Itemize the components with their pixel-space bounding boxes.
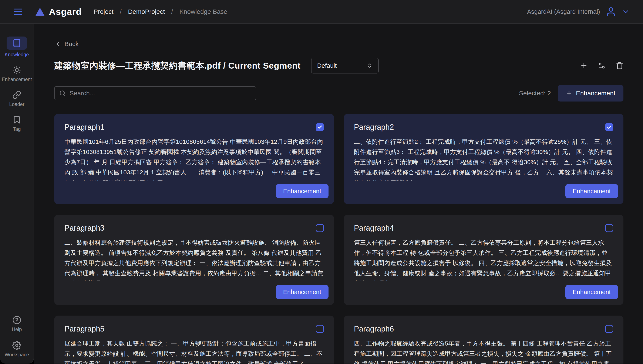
breadcrumb-separator: / [171,8,173,15]
breadcrumb-demoproject[interactable]: DemoProject [128,8,165,15]
breadcrumb-separator: / [120,8,122,15]
sidebar-label: Workspace [5,352,29,358]
breadcrumb-knowledge-base: Knowledge Base [179,8,227,15]
active-icon-tile [7,36,27,50]
paragraph-card-text: 四、工作物之瑕疵經驗收完成後逾5年者，甲方不得主張。 第十四條 工程管理不當責任… [354,338,613,364]
paragraph-select-checkbox[interactable] [316,224,324,232]
user-icon[interactable] [605,6,616,17]
sidebar-item-knowledge[interactable]: Knowledge [5,36,29,58]
link-icon [12,90,21,100]
search-icon [59,90,66,96]
enhancement-button-label: Enhancement [576,90,615,97]
breadcrumb: Project / DemoProject / Knowledge Base [94,8,227,15]
select-chevrons-icon [366,62,373,70]
plus-icon [566,90,572,96]
book-icon [12,39,21,48]
app-logo[interactable]: Asgard [35,6,82,17]
app-name: Asgard [49,6,82,17]
paragraph-card: Paragraph3 二、裝修材料應合於建築技術規則之規定，且不得妨害或破壞防火… [54,215,334,305]
paragraph-select-checkbox[interactable] [316,123,324,131]
sidebar-item-workspace[interactable]: Workspace [5,341,29,358]
sidebar-label: Tag [13,126,21,132]
app-header: Asgard Project / DemoProject / Knowledge… [0,0,643,24]
sidebar-item-loader[interactable]: Loader [9,90,25,107]
paragraph-card: Paragraph1 中華民國101年6月25日內政部台內營字第10108056… [54,114,334,204]
paragraph-card: Paragraph2 二、依附件進行至節點2： 工程完成時，甲方支付工程總價 %… [344,114,624,204]
account-name: AsgardAI (Asgard Internal) [527,8,600,15]
card-enhancement-button-label: Enhancement [573,188,611,194]
page-title: 建築物室內裝修—工程承攬契約書範本.pdf / Current Segment [54,60,300,72]
sidebar-item-tag[interactable]: Tag [12,115,21,132]
paragraph-card-title: Paragraph6 [354,324,394,334]
paragraph-select-checkbox[interactable] [605,325,613,333]
search-input[interactable] [54,86,256,100]
paragraph-card-text: 第三人任何損害，乙方應負賠償責任。 二、乙方得依專業分工原則，將本工程分包給第三… [354,238,613,282]
paragraph-card-title: Paragraph2 [354,123,394,132]
paragraph-card: Paragraph6 四、工作物之瑕疵經驗收完成後逾5年者，甲方不得主張。 第十… [344,316,624,364]
breadcrumb-project[interactable]: Project [94,8,113,15]
paragraph-card-text: 中華民國101年6月25日內政部台內營字第1010805614號公告 中華民國1… [64,137,324,180]
main-content: Back 建築物室內裝修—工程承攬契約書範本.pdf / Current Seg… [34,24,643,364]
sun-icon [12,66,21,74]
paragraph-select-checkbox[interactable] [316,325,324,333]
plus-icon[interactable] [580,62,588,70]
paragraph-card: Paragraph5 展延合理工期，其天數 由雙方協議之： 一、甲方變更設計：包… [54,316,334,364]
card-grid: Paragraph1 中華民國101年6月25日內政部台內營字第10108056… [54,114,623,364]
sidebar-label: Knowledge [5,52,29,58]
back-button[interactable]: Back [54,40,79,48]
check-icon [607,125,612,130]
sidebar-item-enhancement[interactable]: Enhancement [2,66,32,82]
paragraph-card: Paragraph4 第三人任何損害，乙方應負賠償責任。 二、乙方得依專業分工原… [344,215,624,305]
enhancement-button[interactable]: Enhancement [558,85,623,102]
card-enhancement-button[interactable]: Enhancement [565,285,618,299]
paragraph-card-title: Paragraph3 [64,224,104,232]
paragraph-card-text: 二、依附件進行至節點2： 工程完成時，甲方支付工程總價 %（最高不得逾25%）計… [354,137,613,180]
selected-count: Selected: 2 [519,90,551,97]
segment-select-value: Default [317,62,337,69]
paragraph-card-text: 展延合理工期，其天數 由雙方協議之： 一、甲方變更設計：包含施工前或施工中，甲方… [64,338,324,364]
triangle-logo-icon [35,6,45,17]
paragraph-select-checkbox[interactable] [605,123,613,131]
menu-icon[interactable] [13,7,23,16]
sidebar-label: Loader [9,102,25,107]
gear-icon [12,341,21,350]
card-enhancement-button-label: Enhancement [573,288,611,296]
check-icon [317,125,322,130]
paragraph-card-title: Paragraph5 [64,324,104,334]
sidebar-item-help[interactable]: Help [12,316,22,332]
paragraph-card-text: 二、裝修材料應合於建築技術規則之規定，且不得妨害或破壞防火避難設施、 消防設備、… [64,238,324,282]
card-enhancement-button[interactable]: Enhancement [565,184,618,198]
card-enhancement-button-label: Enhancement [283,288,321,296]
segment-select[interactable]: Default [311,58,379,74]
card-enhancement-button-label: Enhancement [283,188,321,194]
chevron-left-icon [54,40,62,48]
trash-icon[interactable] [616,62,623,70]
card-enhancement-button[interactable]: Enhancement [276,285,329,299]
paragraph-select-checkbox[interactable] [605,224,613,232]
paragraph-card-title: Paragraph1 [64,123,104,132]
card-enhancement-button[interactable]: Enhancement [276,184,329,198]
bookmark-icon [12,115,21,124]
chevron-down-icon[interactable] [622,8,630,16]
sidebar-label: Help [12,326,22,332]
sliders-icon[interactable] [598,62,605,70]
search-box [54,86,256,100]
back-label: Back [64,40,79,48]
sidebar: Knowledge Enhancement Loader Tag [0,24,34,364]
help-circle-icon [12,316,21,324]
paragraph-card-title: Paragraph4 [354,224,394,232]
sidebar-label: Enhancement [2,77,32,82]
